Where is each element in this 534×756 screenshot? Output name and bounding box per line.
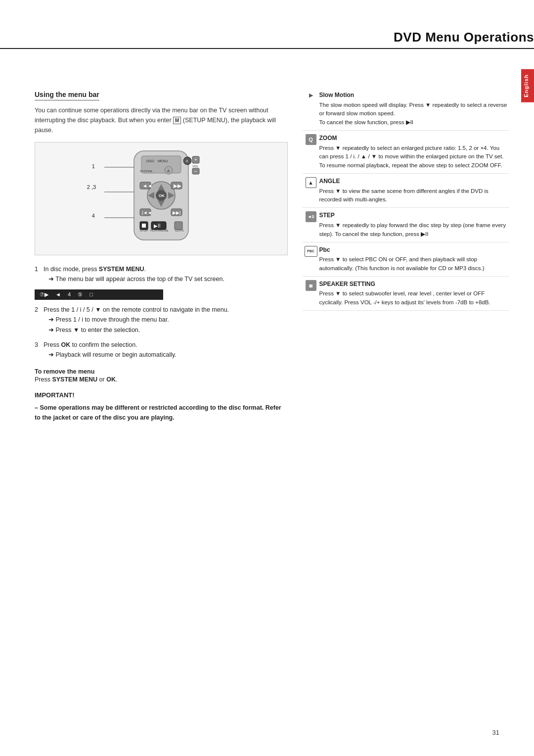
slow-motion-title: Slow Motion <box>319 91 510 100</box>
callout-1: 1 <box>92 163 95 169</box>
right-column: ▶ Slow Motion The slow motion speed will… <box>303 91 510 423</box>
svg-rect-33 <box>175 222 182 230</box>
feature-step: ◄0 STEP Press ▼ repeatedly to play forwa… <box>303 211 510 242</box>
important-body: – Some operations may be different or re… <box>35 403 288 423</box>
step-desc: Press ▼ repeatedly to play forward the d… <box>319 221 510 239</box>
main-content: Using the menu bar You can continue some… <box>0 61 534 443</box>
svg-text:|◄◄: |◄◄ <box>142 210 152 215</box>
zoom-desc: Press ▼ repeatedly to select an enlarged… <box>319 144 510 170</box>
steps-list-2: 2 Press the 1 / i / 5 / ▼ on the remote … <box>35 305 288 360</box>
svg-text:VOL: VOL <box>192 165 199 168</box>
speaker-icon: ◙ <box>303 280 319 307</box>
step-2: 2 Press the 1 / i / 5 / ▼ on the remote … <box>35 305 288 335</box>
step1-point1: ➜ The menu bar will appear across the to… <box>48 274 288 284</box>
step-1: 1 In disc mode, press SYSTEM MENU. ➜ The… <box>35 264 288 284</box>
section-heading: Using the menu bar <box>35 91 99 100</box>
feature-slow-motion: ▶ Slow Motion The slow motion speed will… <box>303 91 510 131</box>
menu-bar-display: ⑦▶ ◄ 4 ⑤ □ <box>35 289 163 300</box>
important-box: IMPORTANT! – Some operations may be diff… <box>35 390 288 423</box>
remote-svg: DISC MENU 0 + VOL − <box>104 148 218 247</box>
speaker-text: SPEAKER SETTING Press ▼ to select subwoo… <box>319 280 510 307</box>
steps-list: 1 In disc mode, press SYSTEM MENU. ➜ The… <box>35 264 288 284</box>
angle-icon: ▲ <box>303 177 319 204</box>
remote-wrapper: DISC MENU 0 + VOL − <box>104 148 218 249</box>
step2-text: Press the 1 / i / 5 / ▼ on the remote co… <box>44 306 229 313</box>
remove-menu-title: To remove the menu <box>35 368 288 375</box>
remove-menu-text: Press SYSTEM MENU or OK. <box>35 376 288 383</box>
zoom-title: ZOOM <box>319 134 510 143</box>
page-title-bar: DVD Menu Operations <box>0 30 534 49</box>
angle-text: ANGLE Press ▼ to view the same scene fro… <box>319 177 510 204</box>
play-icon-box: ▶ <box>307 91 315 99</box>
left-column: Using the menu bar You can continue some… <box>35 91 288 423</box>
pbc-text: Pbc Press ▼ to select PBC ON or OFF, and… <box>319 245 510 273</box>
zoom-icon-box: Q <box>306 134 316 145</box>
important-title: IMPORTANT! <box>35 390 288 400</box>
step2-point1: ➜ Press 1 / i to move through the menu b… <box>48 315 288 325</box>
svg-text:MENU: MENU <box>158 159 168 163</box>
slow-motion-desc: The slow motion speed will display. Pres… <box>319 101 510 127</box>
svg-text:▶II: ▶II <box>154 223 161 229</box>
pbc-title: Pbc <box>319 245 510 255</box>
step3-point1: ➜ Playback will resume or begin automati… <box>48 350 288 360</box>
svg-text:▶▶: ▶▶ <box>174 183 181 189</box>
svg-text:−: − <box>194 169 197 174</box>
feature-speaker: ◙ SPEAKER SETTING Press ▼ to select subw… <box>303 280 510 311</box>
speaker-desc: Press ▼ to select subwoofer level, rear … <box>319 289 510 307</box>
page-title: DVD Menu Operations <box>394 30 534 45</box>
svg-text:PLAY/PAUSE: PLAY/PAUSE <box>150 229 168 232</box>
feature-pbc: PBC Pbc Press ▼ to select PBC ON or OFF,… <box>303 245 510 277</box>
angle-icon-box: ▲ <box>306 177 316 188</box>
callout-4: 4 <box>92 213 95 219</box>
step3-bold: OK <box>61 341 70 348</box>
svg-text:SYSTEM: SYSTEM <box>140 170 152 173</box>
step2-point2: ➜ Press ▼ to enter the selection. <box>48 325 288 335</box>
pbc-icon-box: PBC <box>305 246 317 257</box>
remote-image: DISC MENU 0 + VOL − <box>35 142 288 255</box>
pbc-desc: Press ▼ to select PBC ON or OFF, and the… <box>319 255 510 273</box>
step-text: STEP Press ▼ repeatedly to play forward … <box>319 211 510 238</box>
step1-bold: SYSTEM MENU <box>99 266 144 273</box>
step3-text: Press OK to confirm the selection. <box>44 341 137 348</box>
language-tab: English <box>521 69 534 102</box>
step-3: 3 Press OK to confirm the selection. ➜ P… <box>35 340 288 360</box>
svg-text:+: + <box>194 157 197 162</box>
pbc-icon: PBC <box>303 245 319 273</box>
svg-text:OK: OK <box>159 193 165 198</box>
step-icon: ◄0 <box>303 211 319 238</box>
feature-angle: ▲ ANGLE Press ▼ to view the same scene f… <box>303 177 510 208</box>
callout-23: 2 ,3 <box>87 184 96 190</box>
zoom-text: ZOOM Press ▼ repeatedly to select an enl… <box>319 134 510 170</box>
svg-text:0: 0 <box>186 159 188 163</box>
svg-rect-32 <box>142 224 146 228</box>
svg-text:◄◄: ◄◄ <box>142 183 152 189</box>
feature-zoom: Q ZOOM Press ▼ repeatedly to select an e… <box>303 134 510 174</box>
angle-title: ANGLE <box>319 177 510 186</box>
svg-text:▶▶|: ▶▶| <box>173 210 180 215</box>
step-title: STEP <box>319 211 510 220</box>
page-number: 31 <box>492 729 499 736</box>
intro-text: You can continue some operations directl… <box>35 105 288 135</box>
slow-motion-text: Slow Motion The slow motion speed will d… <box>319 91 510 127</box>
step-icon-box: ◄0 <box>306 211 316 222</box>
svg-text:A: A <box>167 169 170 173</box>
step1-text: In disc mode, press SYSTEM MENU. <box>44 266 146 273</box>
remove-menu-section: To remove the menu Press SYSTEM MENU or … <box>35 368 288 383</box>
speaker-icon-box: ◙ <box>306 280 316 291</box>
slow-motion-icon: ▶ <box>303 91 319 127</box>
speaker-title: SPEAKER SETTING <box>319 280 510 289</box>
angle-desc: Press ▼ to view the same scene from diff… <box>319 187 510 205</box>
page-container: English DVD Menu Operations Using the me… <box>0 0 534 756</box>
svg-text:DISC: DISC <box>146 159 155 163</box>
zoom-icon: Q <box>303 134 319 170</box>
